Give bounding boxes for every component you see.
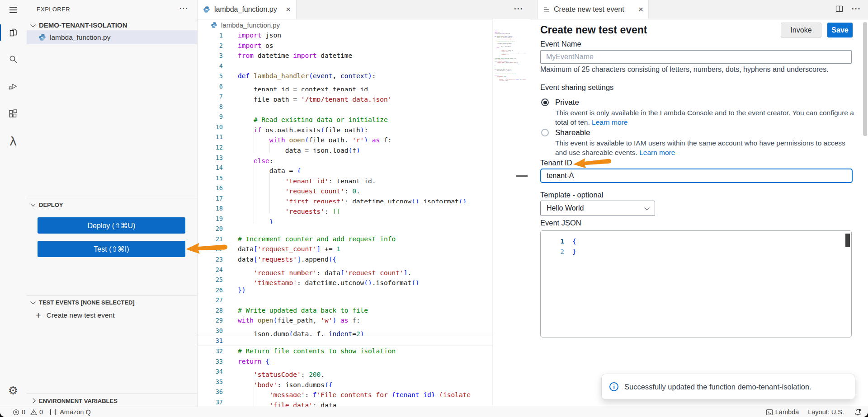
info-icon: i: [609, 382, 618, 391]
sharing-settings-label: Event sharing settings: [540, 83, 613, 92]
code-line: 16'request_count': 0,: [198, 183, 492, 193]
code-line: 4: [198, 61, 492, 71]
toast-message: Successfully updated the function demo-t…: [624, 383, 811, 391]
warning-icon: [30, 409, 37, 416]
bell-icon: [854, 408, 862, 416]
code-editor[interactable]: 1import json2import os3from datetime imp…: [198, 30, 492, 407]
code-line: 33return {: [198, 356, 492, 367]
code-line: 6tenant_id = context.tenant_id: [198, 81, 492, 92]
code-line: 22data['request_count'] += 1: [198, 244, 492, 254]
python-icon: [38, 33, 46, 41]
toast-notification: i Successfully updated the function demo…: [601, 374, 855, 400]
tab-label: lambda_function.py: [214, 5, 277, 14]
tab-lambda-function[interactable]: lambda_function.py ×: [198, 0, 297, 19]
chevron-right-icon: [30, 398, 35, 403]
code-line: 15'tenant_id': tenant_id,: [198, 173, 492, 183]
code-line: 13else:: [198, 153, 492, 163]
minimap-marker: [516, 175, 528, 177]
code-line: 14data = {: [198, 163, 492, 173]
minimap[interactable]: import jsonimport osfrom datetime import…: [492, 19, 530, 407]
chevron-down-icon: [30, 22, 35, 27]
create-new-test-event-item[interactable]: + Create new test event: [27, 309, 197, 322]
file-item-lambda-function[interactable]: lambda_function.py: [27, 30, 197, 44]
section-environment-variables[interactable]: ENVIRONMENT VARIABLES: [27, 395, 197, 406]
pause-icon: [50, 409, 56, 415]
radio-private-label[interactable]: Private: [555, 98, 579, 107]
code-line: 35'body': json.dumps({: [198, 377, 492, 387]
explorer-icon[interactable]: [0, 23, 26, 42]
tenant-id-input[interactable]: [540, 169, 853, 183]
terminal-icon: [766, 409, 773, 416]
section-deploy[interactable]: DEPLOY: [27, 199, 197, 210]
learn-more-link[interactable]: Learn more: [639, 149, 675, 156]
extensions-icon[interactable]: [0, 104, 26, 124]
code-line: 8: [198, 102, 492, 112]
settings-gear-icon[interactable]: ⚙: [0, 380, 26, 400]
code-line: 19}: [198, 214, 492, 224]
code-line: 28# Write updated data back to file: [198, 305, 492, 316]
section-test-events[interactable]: TEST EVENTS [NONE SELECTED]: [27, 297, 197, 308]
test-button[interactable]: Test (⇧⌘I): [38, 241, 185, 257]
json-scrollbar-thumb[interactable]: [845, 234, 850, 247]
code-line: 2import os: [198, 41, 492, 51]
close-icon[interactable]: ×: [638, 5, 643, 14]
amazon-q-status[interactable]: Amazon Q: [43, 408, 91, 416]
divider: [27, 198, 197, 198]
radio-private-description: This event is only available in the Lamb…: [555, 108, 854, 127]
vscode-window: λ ⚙ EXPLORER ⋯ DEMO-TENANT-ISOLATION lam…: [0, 0, 868, 417]
chevron-down-icon: [30, 201, 35, 206]
code-line: 31: [198, 336, 492, 346]
problems-status[interactable]: 0 0: [13, 408, 43, 416]
learn-more-link[interactable]: Learn more: [592, 118, 627, 126]
deploy-button[interactable]: Deploy (⇧⌘U): [38, 217, 185, 234]
panel-content: Create new test event Invoke Save Event …: [530, 19, 868, 407]
search-icon[interactable]: [0, 49, 26, 69]
radio-private[interactable]: [541, 98, 549, 106]
invoke-button[interactable]: Invoke: [781, 23, 821, 37]
tab-create-new-test-event[interactable]: Create new test event ×: [538, 0, 649, 19]
python-icon: [203, 6, 210, 13]
radio-shareable-label[interactable]: Shareable: [555, 128, 590, 137]
radio-shareable[interactable]: [541, 129, 549, 136]
workspace-folder[interactable]: DEMO-TENANT-ISOLATION: [27, 20, 197, 30]
lambda-status[interactable]: Lambda: [766, 408, 799, 416]
editor-actions-more-icon[interactable]: ⋯: [514, 3, 523, 14]
panel-more-icon[interactable]: ⋯: [851, 3, 861, 14]
menu-icon[interactable]: [0, 0, 26, 20]
test-event-panel: Create new test event × ⋯ Create new tes…: [530, 0, 868, 407]
json-line: 2}: [541, 247, 851, 257]
event-json-lines: 1{2}: [541, 236, 851, 257]
code-line: 26}): [198, 285, 492, 295]
plus-icon: +: [36, 311, 41, 320]
python-icon: [211, 22, 217, 28]
event-json-label: Event JSON: [540, 219, 581, 227]
save-button[interactable]: Save: [827, 23, 853, 37]
radio-shareable-description: This event is available to IAM users wit…: [555, 138, 854, 157]
panel-scrollbar-thumb[interactable]: [863, 22, 867, 136]
aws-lambda-icon[interactable]: λ: [0, 131, 26, 151]
code-line: 12data = json.load(f): [198, 142, 492, 153]
code-line: 7file_path = '/tmp/tenant_data.json': [198, 91, 492, 102]
chevron-down-icon: [30, 299, 35, 304]
panel-tab-bar: Create new test event × ⋯: [530, 0, 868, 19]
split-editor-icon[interactable]: [835, 4, 844, 14]
json-line: 1{: [541, 236, 851, 247]
template-label: Template - optional: [540, 191, 603, 199]
close-icon[interactable]: ×: [286, 5, 291, 14]
minimap-code: import jsonimport osfrom datetime import…: [495, 30, 533, 81]
run-debug-icon[interactable]: [0, 76, 26, 96]
code-line: 23data['requests'].append({: [198, 254, 492, 265]
event-name-input[interactable]: [540, 50, 852, 64]
code-line: 5def lambda_handler(event, context):: [198, 71, 492, 81]
activity-bar: λ ⚙: [0, 0, 27, 407]
event-json-editor[interactable]: 1{2}: [540, 230, 852, 337]
explorer-more-icon[interactable]: ⋯: [179, 3, 188, 14]
keyboard-layout-status[interactable]: Layout: U.S.: [808, 408, 844, 416]
editor-group: lambda_function.py × ⋯ lambda_function.p…: [198, 0, 530, 407]
status-bar: 0 0 Amazon Q Lambda Layout: U.S.: [0, 407, 868, 417]
code-line: 36'message': f'File contents for {tenant…: [198, 387, 492, 397]
explorer-title: EXPLORER: [37, 6, 70, 13]
notifications-bell[interactable]: [854, 408, 862, 416]
template-select[interactable]: Hello World: [540, 201, 655, 216]
breadcrumb[interactable]: lambda_function.py: [198, 19, 530, 31]
